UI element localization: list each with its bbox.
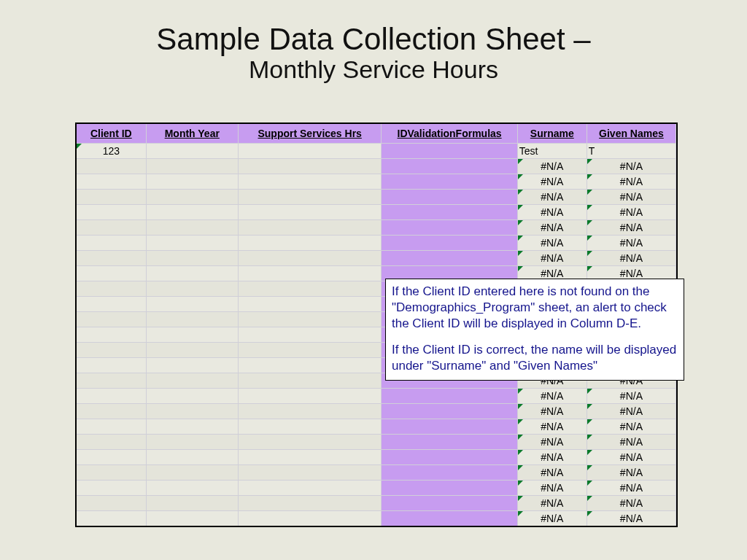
cell-support-hrs[interactable] bbox=[238, 297, 382, 312]
cell-support-hrs[interactable] bbox=[238, 481, 382, 496]
cell-support-hrs[interactable] bbox=[238, 251, 382, 266]
cell-validation bbox=[382, 404, 517, 419]
cell-support-hrs[interactable] bbox=[238, 511, 382, 526]
cell-surname: #N/A bbox=[517, 481, 587, 496]
cell-surname: #N/A bbox=[517, 174, 587, 190]
cell-month-year[interactable] bbox=[146, 450, 238, 465]
cell-client-id[interactable] bbox=[77, 496, 146, 511]
cell-support-hrs[interactable] bbox=[238, 159, 382, 174]
cell-given-names: #N/A bbox=[587, 419, 676, 435]
cell-given-names: #N/A bbox=[587, 205, 676, 220]
cell-client-id[interactable]: 123 bbox=[77, 144, 146, 159]
cell-surname: Test bbox=[517, 144, 587, 159]
cell-client-id[interactable] bbox=[77, 251, 146, 266]
cell-client-id[interactable] bbox=[77, 373, 146, 389]
table-row: #N/A#N/A bbox=[77, 435, 676, 450]
cell-month-year[interactable] bbox=[146, 159, 238, 174]
cell-client-id[interactable] bbox=[77, 481, 146, 496]
cell-month-year[interactable] bbox=[146, 281, 238, 297]
title-line-1: Sample Data Collection Sheet – bbox=[0, 22, 747, 57]
cell-month-year[interactable] bbox=[146, 236, 238, 251]
cell-support-hrs[interactable] bbox=[238, 327, 382, 343]
cell-month-year[interactable] bbox=[146, 312, 238, 327]
cell-validation bbox=[382, 190, 517, 205]
cell-client-id[interactable] bbox=[77, 312, 146, 327]
table-row: #N/A#N/A bbox=[77, 419, 676, 435]
cell-month-year[interactable] bbox=[146, 297, 238, 312]
cell-given-names: #N/A bbox=[587, 511, 676, 526]
cell-month-year[interactable] bbox=[146, 496, 238, 511]
cell-client-id[interactable] bbox=[77, 404, 146, 419]
cell-month-year[interactable] bbox=[146, 327, 238, 343]
cell-month-year[interactable] bbox=[146, 220, 238, 236]
cell-support-hrs[interactable] bbox=[238, 465, 382, 481]
cell-client-id[interactable] bbox=[77, 389, 146, 404]
cell-month-year[interactable] bbox=[146, 266, 238, 281]
table-row: 123TestT bbox=[77, 144, 676, 159]
cell-validation bbox=[382, 144, 517, 159]
cell-client-id[interactable] bbox=[77, 220, 146, 236]
cell-support-hrs[interactable] bbox=[238, 205, 382, 220]
cell-given-names: #N/A bbox=[587, 251, 676, 266]
cell-surname: #N/A bbox=[517, 389, 587, 404]
cell-month-year[interactable] bbox=[146, 389, 238, 404]
cell-month-year[interactable] bbox=[146, 419, 238, 435]
cell-support-hrs[interactable] bbox=[238, 435, 382, 450]
cell-client-id[interactable] bbox=[77, 236, 146, 251]
cell-surname: #N/A bbox=[517, 435, 587, 450]
cell-month-year[interactable] bbox=[146, 404, 238, 419]
cell-surname: #N/A bbox=[517, 450, 587, 465]
cell-client-id[interactable] bbox=[77, 435, 146, 450]
cell-month-year[interactable] bbox=[146, 435, 238, 450]
cell-support-hrs[interactable] bbox=[238, 389, 382, 404]
cell-client-id[interactable] bbox=[77, 327, 146, 343]
cell-client-id[interactable] bbox=[77, 465, 146, 481]
cell-support-hrs[interactable] bbox=[238, 373, 382, 389]
cell-client-id[interactable] bbox=[77, 174, 146, 190]
cell-month-year[interactable] bbox=[146, 190, 238, 205]
header-given-names: Given Names bbox=[587, 124, 676, 144]
cell-month-year[interactable] bbox=[146, 465, 238, 481]
cell-client-id[interactable] bbox=[77, 450, 146, 465]
cell-support-hrs[interactable] bbox=[238, 266, 382, 281]
cell-given-names: #N/A bbox=[587, 190, 676, 205]
cell-month-year[interactable] bbox=[146, 511, 238, 526]
cell-support-hrs[interactable] bbox=[238, 404, 382, 419]
cell-support-hrs[interactable] bbox=[238, 236, 382, 251]
cell-month-year[interactable] bbox=[146, 373, 238, 389]
cell-month-year[interactable] bbox=[146, 481, 238, 496]
cell-support-hrs[interactable] bbox=[238, 220, 382, 236]
cell-surname: #N/A bbox=[517, 220, 587, 236]
header-row: Client ID Month Year Support Services Hr… bbox=[77, 124, 676, 144]
cell-support-hrs[interactable] bbox=[238, 343, 382, 358]
cell-month-year[interactable] bbox=[146, 251, 238, 266]
cell-support-hrs[interactable] bbox=[238, 358, 382, 373]
slide-title: Sample Data Collection Sheet – Monthly S… bbox=[0, 0, 747, 84]
cell-support-hrs[interactable] bbox=[238, 174, 382, 190]
cell-client-id[interactable] bbox=[77, 419, 146, 435]
cell-client-id[interactable] bbox=[77, 266, 146, 281]
cell-support-hrs[interactable] bbox=[238, 144, 382, 159]
cell-month-year[interactable] bbox=[146, 174, 238, 190]
cell-support-hrs[interactable] bbox=[238, 496, 382, 511]
cell-client-id[interactable] bbox=[77, 205, 146, 220]
cell-client-id[interactable] bbox=[77, 343, 146, 358]
cell-client-id[interactable] bbox=[77, 358, 146, 373]
cell-client-id[interactable] bbox=[77, 159, 146, 174]
cell-support-hrs[interactable] bbox=[238, 190, 382, 205]
cell-month-year[interactable] bbox=[146, 343, 238, 358]
cell-support-hrs[interactable] bbox=[238, 450, 382, 465]
cell-client-id[interactable] bbox=[77, 511, 146, 526]
cell-month-year[interactable] bbox=[146, 205, 238, 220]
cell-client-id[interactable] bbox=[77, 297, 146, 312]
cell-surname: #N/A bbox=[517, 159, 587, 174]
cell-support-hrs[interactable] bbox=[238, 281, 382, 297]
cell-client-id[interactable] bbox=[77, 281, 146, 297]
cell-support-hrs[interactable] bbox=[238, 419, 382, 435]
cell-support-hrs[interactable] bbox=[238, 312, 382, 327]
cell-month-year[interactable] bbox=[146, 144, 238, 159]
header-support-hrs: Support Services Hrs bbox=[238, 124, 382, 144]
cell-month-year[interactable] bbox=[146, 358, 238, 373]
cell-given-names: #N/A bbox=[587, 236, 676, 251]
cell-client-id[interactable] bbox=[77, 190, 146, 205]
